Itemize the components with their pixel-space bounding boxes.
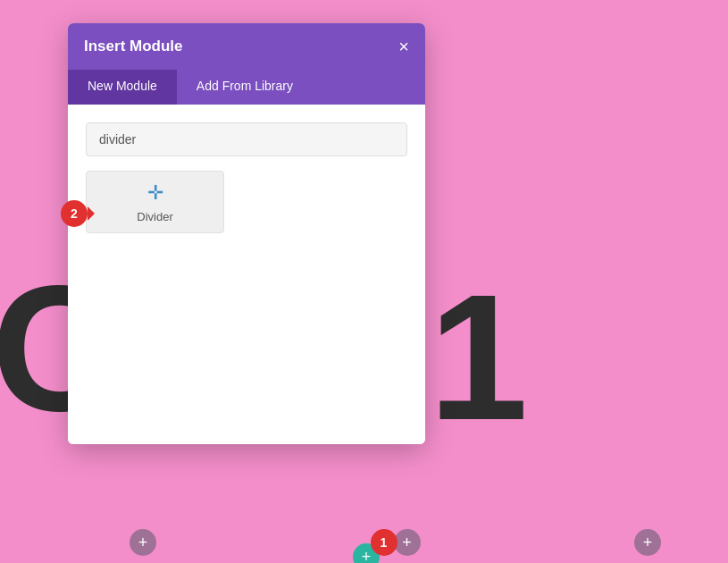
add-module-center-button[interactable]: + <box>394 529 421 556</box>
step-badge-2: 2 <box>61 200 88 227</box>
badge-1-circle: 1 <box>371 529 397 556</box>
badge-2-circle: 2 <box>61 200 88 227</box>
insert-module-modal: Insert Module × New Module Add From Libr… <box>68 23 425 444</box>
modal-body: ✛ Divider <box>68 105 425 444</box>
modal-close-button[interactable]: × <box>398 38 409 55</box>
search-input[interactable] <box>86 122 407 156</box>
modal-header: Insert Module × <box>68 23 425 70</box>
tab-add-from-library[interactable]: Add From Library <box>177 70 313 105</box>
badge-1-group: 1 + <box>371 529 421 556</box>
add-module-left-button[interactable]: + <box>130 529 156 556</box>
add-module-right-button[interactable]: + <box>634 529 661 556</box>
module-label-divider: Divider <box>137 210 172 223</box>
background-letter-1: 1 <box>429 268 528 447</box>
divider-icon: ✛ <box>147 181 163 205</box>
tab-new-module[interactable]: New Module <box>68 70 177 105</box>
module-item-divider[interactable]: ✛ Divider <box>86 171 224 233</box>
modules-grid: ✛ Divider <box>86 171 407 233</box>
modal-tabs: New Module Add From Library <box>68 70 425 105</box>
modal-title: Insert Module <box>84 38 183 55</box>
badge-2-arrow <box>88 206 95 221</box>
